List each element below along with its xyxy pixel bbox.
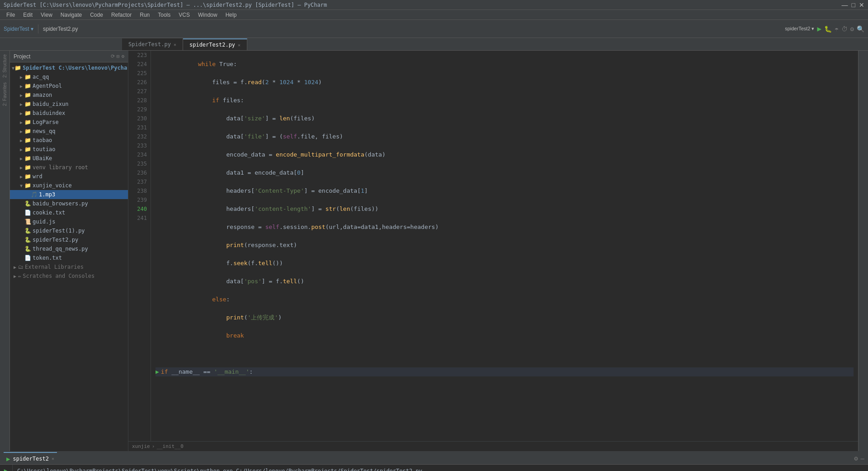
menu-item-view[interactable]: View (37, 11, 56, 19)
project-root-label: SpiderTest C:\Users\lenovo\PycharmProjec… (23, 65, 128, 71)
toolbar-right: spiderTest2 ▾ ▶ 🐛 ☂ ⏱ ⚙ 🔍 (785, 24, 864, 33)
line-numbers: 223 224 225 226 227 228 229 230 231 232 … (128, 51, 151, 441)
tree-folder-venv[interactable]: ▶ 📁 venv library root (10, 163, 128, 172)
tab-bar: SpiderTest.py ✕ spiderTest2.py ✕ (0, 38, 868, 51)
tree-file-mp3[interactable]: 🎵 1.mp3 (10, 190, 128, 199)
structure-tab[interactable]: 2: Structure (1, 52, 8, 80)
menu-item-tools[interactable]: Tools (154, 11, 174, 19)
maximize-button[interactable]: □ (852, 2, 855, 8)
project-panel: Project ⟳ ⊟ ⚙ ▼ 📁 SpiderTest C:\Users\le… (10, 51, 128, 451)
debug-button[interactable]: 🐛 (824, 25, 832, 33)
code-line-226: data['size'] = len(files) (156, 114, 854, 123)
file-indicator: spiderTest2.py (43, 26, 78, 32)
menu-item-help[interactable]: Help (222, 11, 241, 19)
code-line-231: headers['content-length'] = str(len(file… (156, 205, 854, 214)
tree-folder-baiduindex[interactable]: ▶ 📁 baiduindex (10, 109, 128, 118)
code-line-236: else: (156, 295, 854, 304)
menu-item-navigate[interactable]: Navigate (57, 11, 85, 19)
tree-file-spidertest2[interactable]: 🐍 spiderTest2.py (10, 235, 128, 244)
code-line-233: print(response.text) (156, 241, 854, 250)
run-config-dropdown[interactable]: spiderTest2 ▾ (785, 26, 814, 32)
tab-spidertest[interactable]: SpiderTest.py ✕ (122, 38, 183, 50)
project-dropdown[interactable]: SpiderTest ▾ (4, 26, 33, 32)
tree-file-thread-qq[interactable]: 🐍 thread_qq_news.py (10, 244, 128, 253)
sync-icon[interactable]: ⟳ (111, 53, 115, 59)
profile-button[interactable]: ⏱ (841, 25, 848, 33)
right-panel-icons (858, 51, 868, 451)
tree-file-cookie[interactable]: 📄 cookie.txt (10, 208, 128, 217)
favorites-tab[interactable]: 2: Favorites (1, 81, 8, 108)
tab-label-active: spiderTest2.py (189, 42, 235, 48)
tree-folder-wrd[interactable]: ▶ 📁 wrd (10, 172, 128, 181)
menu-item-code[interactable]: Code (86, 11, 107, 19)
scratches-item[interactable]: ▶ ✏ Scratches and Consoles (10, 271, 128, 281)
menu-item-run[interactable]: Run (136, 11, 153, 19)
run-side-icons: ▶ ⏹ ⤓ ≡ 📌 ⤢ (0, 465, 13, 471)
external-libraries-label: External Libraries (25, 264, 84, 270)
toolbar-separator (38, 24, 38, 33)
tree-folder-toutiao[interactable]: ▶ 📁 toutiao (10, 145, 128, 154)
tree-file-guid[interactable]: 📜 guid.js (10, 217, 128, 226)
tab-close-icon[interactable]: ✕ (174, 42, 176, 47)
run-tab[interactable]: ▶ spiderTest2 ✕ (4, 452, 57, 465)
breadcrumb-separator: › (152, 443, 155, 449)
minimize-button[interactable]: — (842, 2, 848, 8)
run-output: C:\Users\lenovo\PycharmProjects\SpiderTe… (13, 465, 868, 471)
tree-file-spidertest1[interactable]: 🐍 spiderTest(1).py (10, 226, 128, 235)
title-text: SpiderTest [C:\Users\lenovo\PycharmProje… (4, 2, 327, 8)
settings-icon[interactable]: ⚙ (850, 25, 854, 33)
tree-folder-agentpool[interactable]: ▶ 📁 AgentPool (10, 81, 128, 90)
code-line-237: print('上传完成') (156, 313, 854, 322)
code-content[interactable]: while True: files = f.read(2 * 1024 * 10… (151, 51, 858, 441)
tree-folder-news-qq[interactable]: ▶ 📁 news_qq (10, 127, 128, 136)
toolbar: SpiderTest ▾ spiderTest2.py spiderTest2 … (0, 20, 868, 38)
run-button[interactable]: ▶ (817, 24, 821, 33)
run-active-icon: ▶ (6, 455, 10, 462)
code-line-239 (156, 349, 854, 358)
menu-item-refactor[interactable]: Refactor (108, 11, 135, 19)
tree-folder-amazon[interactable]: ▶ 📁 amazon (10, 90, 128, 100)
tab-close-active-icon[interactable]: ✕ (238, 43, 241, 48)
close-run-panel-icon[interactable]: — (861, 455, 864, 462)
breadcrumb-init: __init__0 (156, 443, 184, 449)
tab-spidertest2[interactable]: spiderTest2.py ✕ (183, 38, 247, 50)
coverage-button[interactable]: ☂ (835, 25, 838, 33)
toolbar-left: SpiderTest ▾ spiderTest2.py (4, 24, 78, 33)
settings-project-icon[interactable]: ⚙ (121, 53, 124, 59)
run-cmd-line: C:\Users\lenovo\PycharmProjects\SpiderTe… (17, 466, 863, 471)
tree-file-token[interactable]: 📄 token.txt (10, 253, 128, 262)
tree-folder-ac_qq[interactable]: ▶ 📁 ac_qq (10, 72, 128, 81)
tree-folder-ubaike[interactable]: ▶ 📁 UBaiKe (10, 154, 128, 163)
project-panel-title: Project (14, 53, 30, 60)
menu-item-window[interactable]: Window (194, 11, 221, 19)
run-tab-close[interactable]: ✕ (52, 456, 54, 461)
rerun-icon[interactable]: ▶ (4, 466, 9, 471)
tree-file-baidu-browsers[interactable]: 🐍 baidu_browsers.py (10, 199, 128, 208)
tree-folder-baidu-zixun[interactable]: ▶ 📁 baidu_zixun (10, 100, 128, 109)
project-panel-tools: ⟳ ⊟ ⚙ (111, 53, 124, 59)
tree-folder-logparse[interactable]: ▶ 📁 LogParse (10, 118, 128, 127)
code-line-229: data1 = encode_data[0] (156, 168, 854, 177)
code-line-234: f.seek(f.tell()) (156, 259, 854, 268)
collapse-icon[interactable]: ⊟ (117, 53, 120, 59)
menu-item-edit[interactable]: Edit (19, 11, 36, 19)
run-panel-tools: ⚙ — (854, 455, 864, 462)
code-line-238: break (156, 331, 854, 340)
search-icon[interactable]: 🔍 (857, 25, 864, 33)
close-button[interactable]: ✕ (859, 2, 864, 8)
title-bar: SpiderTest [C:\Users\lenovo\PycharmProje… (0, 0, 868, 10)
tree-folder-taobao[interactable]: ▶ 📁 taobao (10, 136, 128, 145)
breadcrumb-bar: xunjie › __init__0 (128, 441, 858, 451)
code-line-241 (156, 385, 854, 395)
menu-item-vcs[interactable]: VCS (175, 11, 193, 19)
project-root[interactable]: ▼ 📁 SpiderTest C:\Users\lenovo\PycharmPr… (10, 63, 128, 72)
tree-folder-xunjie[interactable]: ▼ 📁 xunjie_voice (10, 181, 128, 190)
code-line-235: data['pos'] = f.tell() (156, 277, 854, 286)
external-libraries-item[interactable]: ▶ 🗂 External Libraries (10, 262, 128, 271)
breadcrumb-xunjie: xunjie (132, 443, 150, 449)
menu-item-file[interactable]: File (3, 11, 19, 19)
code-editor[interactable]: 223 224 225 226 227 228 229 230 231 232 … (128, 51, 858, 441)
settings-run-icon[interactable]: ⚙ (854, 455, 858, 462)
code-line-232: response = self.session.post(url,data=da… (156, 223, 854, 232)
code-line-227: data['file'] = (self.file, files) (156, 132, 854, 141)
